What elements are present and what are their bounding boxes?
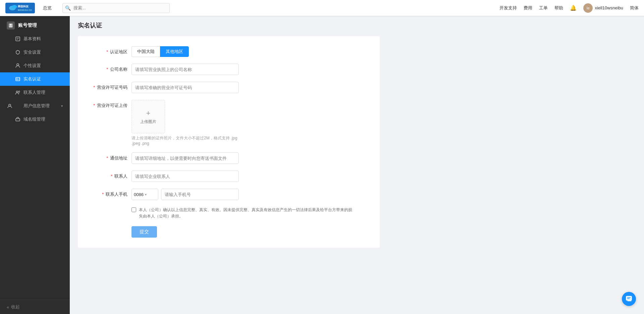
contact-row: * 联系人 bbox=[91, 171, 366, 182]
main-layout: 账号管理 基本资料 安全设置 个性设置 实名认证 bbox=[0, 16, 644, 314]
float-chat-button[interactable] bbox=[622, 292, 636, 306]
company-name-row: * 公司名称 bbox=[91, 64, 366, 75]
region-label: * 认证地区 bbox=[91, 46, 131, 55]
phone-input[interactable] bbox=[161, 189, 239, 200]
sidebar-account-title: 账号管理 bbox=[18, 22, 37, 28]
sidebar: 账号管理 基本资料 安全设置 个性设置 实名认证 bbox=[0, 16, 70, 314]
search-input[interactable] bbox=[62, 3, 170, 13]
license-upload-row: * 营业许可证上传 + 上传图片 请上传清晰的证件照片，文件大小不超过2M，格式… bbox=[91, 100, 366, 146]
svg-point-9 bbox=[17, 64, 19, 66]
license-upload-label: * 营业许可证上传 bbox=[91, 100, 131, 109]
region-row: * 认证地区 中国大陆 其他地区 bbox=[91, 46, 366, 57]
phone-label: * 联系人手机 bbox=[91, 189, 131, 197]
address-control bbox=[131, 152, 239, 164]
domain-group-icon bbox=[15, 116, 21, 122]
company-name-control bbox=[131, 64, 239, 75]
sidebar-collapse[interactable]: « 收起 bbox=[0, 300, 70, 314]
search-icon: 🔍 bbox=[65, 5, 71, 11]
dev-support-link[interactable]: 开发支持 bbox=[499, 5, 517, 11]
svg-point-11 bbox=[16, 78, 18, 80]
username-label: xiell10wsneibu bbox=[595, 5, 623, 10]
topnav: 网宿科技 WANGSU.COM 总览 🔍 开发支持 费用 工单 帮助 🔔 Ie … bbox=[0, 0, 644, 16]
security-icon bbox=[15, 49, 21, 55]
collapse-label: 收起 bbox=[11, 304, 20, 310]
content-area: 实名认证 * 认证地区 中国大陆 其他地区 bbox=[70, 16, 644, 314]
user-menu[interactable]: Ie xiell10wsneibu bbox=[583, 3, 623, 13]
page-title: 实名认证 bbox=[78, 21, 636, 29]
sidebar-item-domain-group[interactable]: 域名组管理 bbox=[0, 113, 70, 126]
address-input[interactable] bbox=[131, 152, 239, 164]
help-link[interactable]: 帮助 bbox=[554, 5, 563, 11]
company-name-input[interactable] bbox=[131, 64, 239, 75]
sidebar-item-personalization[interactable]: 个性设置 bbox=[0, 59, 70, 72]
sidebar-item-basic-info[interactable]: 基本资料 bbox=[0, 32, 70, 46]
region-other-tab[interactable]: 其他地区 bbox=[160, 46, 189, 57]
personalization-icon bbox=[15, 63, 21, 69]
phone-input-row: 0086 ▾ bbox=[131, 189, 239, 200]
upload-button[interactable]: + 上传图片 bbox=[131, 100, 165, 133]
sidebar-item-realname[interactable]: 实名认证 bbox=[0, 72, 70, 86]
language-switcher[interactable]: 简体 bbox=[630, 5, 639, 11]
submit-button[interactable]: 提交 bbox=[131, 226, 157, 238]
license-upload-control: + 上传图片 请上传清晰的证件照片，文件大小不超过2M，格式支持 .jpg .j… bbox=[131, 100, 239, 146]
license-no-label: * 营业许可证号码 bbox=[91, 82, 131, 90]
sidebar-contacts-label: 联系人管理 bbox=[23, 89, 45, 96]
avatar: Ie bbox=[583, 3, 593, 13]
billing-link[interactable]: 费用 bbox=[524, 5, 532, 11]
chevron-down-icon: ▾ bbox=[61, 104, 63, 108]
notification-bell-icon[interactable]: 🔔 bbox=[570, 5, 577, 11]
svg-point-14 bbox=[16, 91, 18, 93]
agreement-row: 本人（公司）确认以上信息完整、真实、有效。因未提供完整、真实及有效信息产生的一切… bbox=[131, 207, 366, 219]
upload-plus-icon: + bbox=[146, 109, 151, 118]
sidebar-item-security[interactable]: 安全设置 bbox=[0, 46, 70, 59]
contact-control bbox=[131, 171, 239, 182]
sidebar-domain-group-label: 域名组管理 bbox=[23, 116, 45, 122]
contact-input[interactable] bbox=[131, 171, 239, 182]
address-label: * 通信地址 bbox=[91, 152, 131, 161]
sidebar-item-user-info[interactable]: 用户信息管理 ▾ bbox=[0, 99, 70, 113]
region-tabs: 中国大陆 其他地区 bbox=[131, 46, 239, 57]
sidebar-section-title: 账号管理 bbox=[0, 16, 70, 32]
svg-text:网宿科技: 网宿科技 bbox=[18, 5, 29, 8]
contact-label: * 联系人 bbox=[91, 171, 131, 179]
company-name-label: * 公司名称 bbox=[91, 64, 131, 72]
svg-point-16 bbox=[9, 104, 11, 106]
workorder-link[interactable]: 工单 bbox=[539, 5, 548, 11]
upload-label: 上传图片 bbox=[140, 119, 156, 125]
sidebar-basic-info-label: 基本资料 bbox=[23, 36, 41, 42]
account-icon bbox=[7, 21, 15, 29]
svg-point-15 bbox=[18, 91, 20, 92]
license-no-input[interactable] bbox=[131, 82, 239, 93]
page-content: 实名认证 * 认证地区 中国大陆 其他地区 bbox=[70, 16, 644, 253]
sidebar-item-contacts[interactable]: 联系人管理 bbox=[0, 86, 70, 99]
topnav-right: 开发支持 费用 工单 帮助 🔔 Ie xiell10wsneibu 简体 bbox=[499, 3, 639, 13]
sidebar-security-label: 安全设置 bbox=[23, 49, 41, 55]
collapse-icon: « bbox=[7, 305, 9, 310]
agreement-text: 本人（公司）确认以上信息完整、真实、有效。因未提供完整、真实及有效信息产生的一切… bbox=[139, 207, 354, 219]
sidebar-personalization-label: 个性设置 bbox=[23, 63, 41, 69]
phone-row: * 联系人手机 0086 ▾ bbox=[91, 189, 366, 200]
svg-text:WANGSU.COM: WANGSU.COM bbox=[18, 9, 32, 11]
region-mainland-tab[interactable]: 中国大陆 bbox=[131, 46, 160, 57]
svg-rect-17 bbox=[16, 119, 20, 121]
phone-control: 0086 ▾ bbox=[131, 189, 239, 200]
logo-image: 网宿科技 WANGSU.COM bbox=[5, 3, 35, 13]
basic-info-icon bbox=[15, 36, 21, 42]
upload-hint: 请上传清晰的证件照片，文件大小不超过2M，格式支持 .jpg .jpeg .pn… bbox=[131, 135, 239, 146]
user-info-icon bbox=[7, 103, 13, 109]
svg-rect-6 bbox=[16, 37, 20, 41]
svg-point-1 bbox=[12, 5, 17, 8]
submit-row: 提交 bbox=[131, 226, 366, 238]
agreement-checkbox[interactable] bbox=[131, 207, 136, 212]
svg-point-5 bbox=[10, 24, 12, 26]
overview-link[interactable]: 总览 bbox=[43, 5, 52, 11]
address-row: * 通信地址 bbox=[91, 152, 366, 164]
logo[interactable]: 网宿科技 WANGSU.COM bbox=[5, 3, 35, 13]
contacts-icon bbox=[15, 89, 21, 96]
phone-code-select[interactable]: 0086 ▾ bbox=[131, 189, 158, 200]
sidebar-realname-label: 实名认证 bbox=[23, 76, 41, 82]
phone-code-arrow-icon: ▾ bbox=[145, 193, 147, 196]
phone-code-value: 0086 bbox=[134, 192, 144, 197]
realname-icon bbox=[15, 76, 21, 82]
svg-rect-18 bbox=[626, 296, 632, 301]
